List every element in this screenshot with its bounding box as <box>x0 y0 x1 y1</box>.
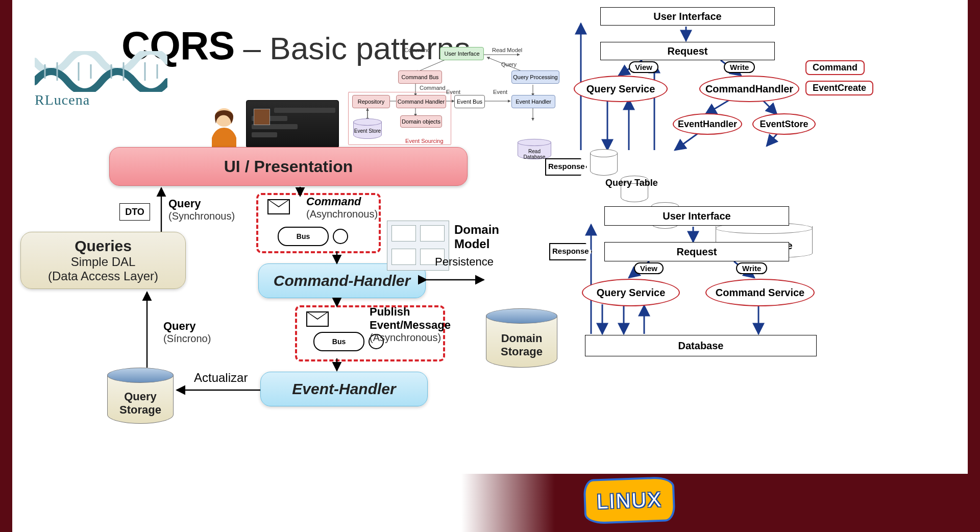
r1-qt-cyl-1 <box>590 149 618 176</box>
query-storage-cylinder: Query Storage <box>107 368 174 424</box>
ui-presentation-box: UI / Presentation <box>109 147 468 186</box>
r1-query-service: Query Service <box>574 76 668 102</box>
query-sincrono-label: Query (Síncrono) <box>163 320 211 345</box>
persistence-label: Persistence <box>435 255 494 269</box>
bus-pill: Bus <box>278 227 348 246</box>
mini-ui-box: User Interface <box>440 47 484 60</box>
query-sync-label: Query (Synchronous) <box>168 197 235 222</box>
logo-text: RLucena <box>35 92 167 108</box>
app-screenshot-thumb <box>246 100 339 148</box>
right-diagram-2: User Interface Request View Write Query … <box>552 201 823 375</box>
svg-line-32 <box>705 99 731 114</box>
r1-view-badge: View <box>629 61 658 73</box>
slide: CQRS – Basic patterns RLucena <box>12 0 968 532</box>
domain-storage-cylinder: Domain Storage <box>486 308 557 368</box>
event-handler-box: Event-Handler <box>260 372 428 406</box>
r1-write-badge: Write <box>724 61 755 73</box>
r1-command-handler: CommandHandler <box>699 76 799 102</box>
r1-user-interface: User Interface <box>600 7 775 26</box>
domain-model-label: Domain Model <box>454 223 499 251</box>
mini-es-group <box>348 92 451 145</box>
envelope-icon-2 <box>306 311 329 327</box>
mini-event-bus: Event Bus <box>454 95 485 108</box>
linux-badge: LINUX <box>583 476 676 524</box>
command-label: Command (Asynchronous) <box>306 195 378 220</box>
r2-command-service: Command Service <box>705 279 815 306</box>
mini-read-db-cyl: Read Database <box>518 139 551 159</box>
r1-event-store-oval: EventStore <box>752 113 816 135</box>
user-avatar-icon <box>206 101 242 147</box>
mini-event-handler: Event Handler <box>511 95 555 108</box>
r2-query-service: Query Service <box>582 279 680 306</box>
r2-user-interface: User Interface <box>604 206 789 226</box>
actualizar-label: Actualizar <box>194 371 248 385</box>
r1-event-handler: EventHandler <box>673 113 742 135</box>
mini-command-bus: Command Bus <box>398 70 442 84</box>
r1-query-table-label: Query Table <box>605 178 658 188</box>
r1-command-tag: Command <box>805 60 865 75</box>
dto-box: DTO <box>119 203 150 221</box>
mini-event-sourcing-diagram: User Interface Command Bus Command Repos… <box>349 44 570 151</box>
right-diagram-1: User Interface Request View Write Query … <box>552 4 823 192</box>
r2-database: Database <box>585 335 817 356</box>
r2-response: Response <box>549 243 590 258</box>
rlucena-logo: RLucena <box>35 51 167 107</box>
envelope-icon <box>267 199 290 214</box>
r2-view-badge: View <box>634 262 664 274</box>
dna-icon <box>35 51 167 92</box>
r1-request: Request <box>600 42 775 60</box>
mini-event-sourcing-label: Event Sourcing <box>405 138 444 144</box>
r1-eventcreate-tag: EventCreate <box>805 81 873 95</box>
queries-box: Queries Simple DAL (Data Access Layer) <box>20 232 186 289</box>
r1-response: Response <box>545 158 585 174</box>
svg-line-34 <box>675 132 700 150</box>
footer-strip <box>461 474 980 532</box>
publish-label: Publish Event/Message (Asynchronous) <box>370 305 451 344</box>
r2-request: Request <box>604 242 789 261</box>
r2-write-badge: Write <box>736 262 767 274</box>
mini-command-label: Command <box>420 85 446 91</box>
